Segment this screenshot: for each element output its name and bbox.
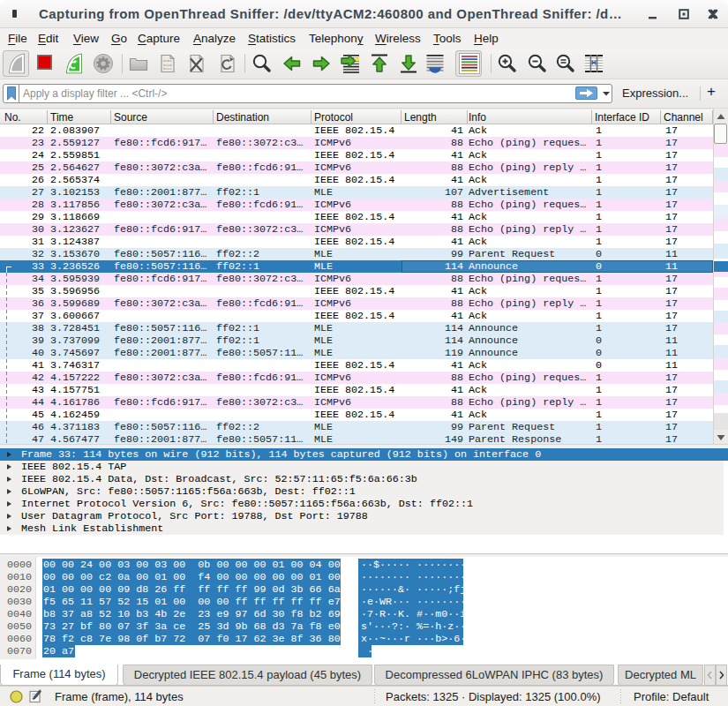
svg-text:0101: 0101 [163,59,172,63]
svg-text:0110: 0110 [163,64,172,67]
svg-text:0111: 0111 [163,67,172,71]
